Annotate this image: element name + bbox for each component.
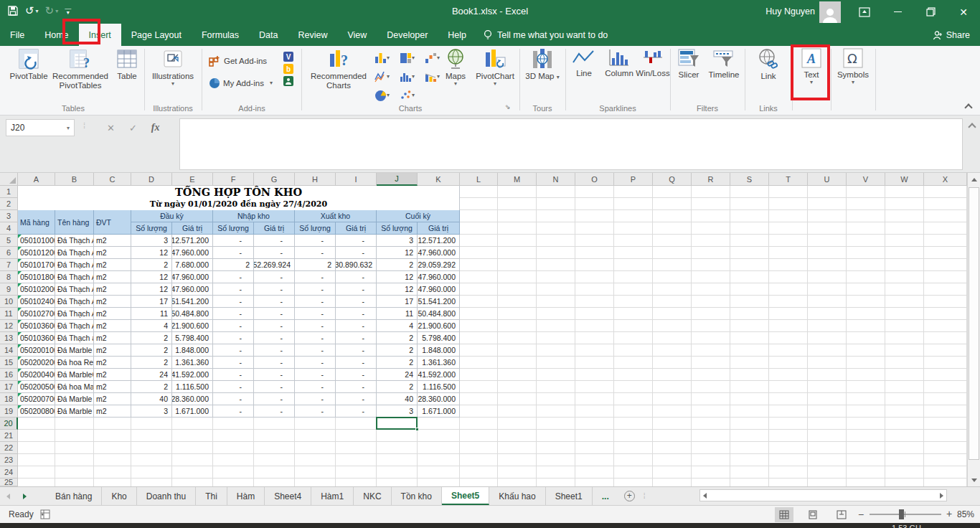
cell-value[interactable]: -: [213, 235, 254, 247]
cell-value[interactable]: -: [254, 332, 295, 344]
formula-bar-collapse-icon[interactable]: [969, 124, 975, 130]
row-header-20[interactable]: 20: [0, 418, 18, 430]
cell-value[interactable]: -: [295, 344, 336, 357]
cell-value[interactable]: 2: [377, 381, 418, 393]
cell-value[interactable]: 3: [131, 405, 172, 418]
sparkline-line-button[interactable]: Line: [568, 48, 600, 78]
cell-value[interactable]: -: [336, 357, 377, 369]
header-group-cell[interactable]: Xuất kho: [295, 210, 377, 222]
row-header-7[interactable]: 7: [0, 259, 18, 271]
header-subcell-qty[interactable]: Số lượng: [377, 222, 418, 235]
sheet-tab-sheet4[interactable]: Sheet4: [265, 487, 311, 505]
illustrations-button[interactable]: Illustrations ▾: [150, 48, 196, 87]
cell-value[interactable]: -: [254, 308, 295, 320]
header-subcell-val[interactable]: Giá trị: [336, 222, 377, 235]
sheet-tab-tồn-kho[interactable]: Tồn kho: [392, 487, 442, 505]
column-header-B[interactable]: B: [55, 173, 94, 186]
cell-value[interactable]: 12: [377, 271, 418, 283]
timeline-button[interactable]: Timeline: [706, 48, 742, 80]
maps-button[interactable]: Maps ▾: [436, 48, 475, 87]
cell-value[interactable]: 1.361.360: [418, 357, 460, 369]
header-subcell-qty[interactable]: Số lượng: [131, 222, 172, 235]
header-cell-name[interactable]: Tên hàng: [55, 210, 94, 235]
enter-icon[interactable]: ✓: [129, 123, 137, 133]
cell-value[interactable]: 47.960.000: [418, 271, 460, 283]
cell-value[interactable]: -: [336, 235, 377, 247]
cell-value[interactable]: 47.960.000: [172, 271, 213, 283]
row-header-23[interactable]: 23: [0, 454, 18, 466]
cell-unit[interactable]: m2: [94, 405, 131, 418]
cell-value[interactable]: 3: [377, 235, 418, 247]
tab-view[interactable]: View: [337, 24, 377, 46]
cell-value[interactable]: -: [336, 405, 377, 418]
cell-code[interactable]: 0501017001: [18, 259, 55, 271]
cell-name[interactable]: Đá Marble B: [55, 393, 94, 405]
cell-value[interactable]: 12: [377, 247, 418, 259]
cell-value[interactable]: 41.592.000: [172, 369, 213, 381]
cell-value[interactable]: -: [254, 357, 295, 369]
cell-unit[interactable]: m2: [94, 283, 131, 296]
column-header-X[interactable]: X: [924, 173, 967, 186]
header-subcell-val[interactable]: Giá trị: [418, 222, 460, 235]
sheet-tab-thi[interactable]: Thi: [196, 487, 227, 505]
redo-button[interactable]: ↻▾: [45, 4, 59, 17]
column-header-G[interactable]: G: [254, 173, 295, 186]
cell-value[interactable]: 4: [377, 320, 418, 332]
cell-name[interactable]: Đá Thạch An: [55, 247, 94, 259]
row-header-12[interactable]: 12: [0, 320, 18, 332]
cell-value[interactable]: -: [295, 369, 336, 381]
undo-dropdown-icon[interactable]: ▾: [36, 8, 39, 14]
header-subcell-val[interactable]: Giá trị: [172, 222, 213, 235]
cell-value[interactable]: 2: [131, 357, 172, 369]
cell-name[interactable]: Đá Marble N: [55, 405, 94, 418]
cell-unit[interactable]: m2: [94, 369, 131, 381]
insert-line-chart-button[interactable]: ▾: [374, 69, 396, 85]
cell-unit[interactable]: m2: [94, 296, 131, 308]
tab-file[interactable]: File: [0, 24, 34, 46]
row-header-13[interactable]: 13: [0, 332, 18, 344]
people-graph-icon[interactable]: [283, 76, 293, 86]
scroll-right-button[interactable]: [940, 493, 943, 499]
my-addins-button[interactable]: My Add-ins ▾: [209, 77, 273, 89]
save-icon[interactable]: [7, 5, 19, 16]
cell-value[interactable]: 1.116.500: [418, 381, 460, 393]
table-button[interactable]: Table: [112, 48, 142, 81]
cell-unit[interactable]: m2: [94, 308, 131, 320]
cell-value[interactable]: -: [254, 271, 295, 283]
cell-value[interactable]: 5.798.400: [172, 332, 213, 344]
cell-code[interactable]: 0501036002: [18, 332, 55, 344]
link-button[interactable]: Link: [752, 48, 785, 81]
cell-value[interactable]: 2: [377, 332, 418, 344]
cell-value[interactable]: 47.960.000: [418, 247, 460, 259]
row-header-11[interactable]: 11: [0, 308, 18, 320]
cell-value[interactable]: -: [254, 381, 295, 393]
cell-value[interactable]: 1.671.000: [172, 405, 213, 418]
cell-unit[interactable]: m2: [94, 247, 131, 259]
cell-value[interactable]: -: [295, 247, 336, 259]
3d-map-button[interactable]: 3D Map ▾: [525, 48, 560, 81]
cell-value[interactable]: 3: [377, 405, 418, 418]
cell-value[interactable]: 12.571.200: [172, 235, 213, 247]
column-header-K[interactable]: K: [418, 173, 460, 186]
formula-bar-splitter[interactable]: ⁞: [83, 121, 85, 130]
row-header-16[interactable]: 16: [0, 369, 18, 381]
cell-value[interactable]: 51.541.200: [418, 296, 460, 308]
row-header-3[interactable]: 3: [0, 210, 18, 222]
fill-handle[interactable]: [415, 428, 419, 431]
cell-value[interactable]: -: [213, 381, 254, 393]
column-header-I[interactable]: I: [336, 173, 377, 186]
cell-value[interactable]: 2: [377, 344, 418, 357]
cell-value[interactable]: -: [336, 296, 377, 308]
tab-developer[interactable]: Developer: [377, 24, 438, 46]
column-header-U[interactable]: U: [808, 173, 847, 186]
cell-name[interactable]: Đá Thạch An: [55, 308, 94, 320]
cell-name[interactable]: Đá Thạch an: [55, 332, 94, 344]
minimize-button[interactable]: [885, 0, 910, 24]
cell-value[interactable]: -: [213, 247, 254, 259]
insert-statistic-chart-button[interactable]: ▾: [400, 69, 421, 85]
cancel-icon[interactable]: ✕: [107, 123, 115, 133]
column-header-C[interactable]: C: [94, 173, 131, 186]
name-box-dropdown-icon[interactable]: ▾: [67, 125, 70, 131]
cell-value[interactable]: -: [295, 320, 336, 332]
cell-value[interactable]: -: [213, 296, 254, 308]
